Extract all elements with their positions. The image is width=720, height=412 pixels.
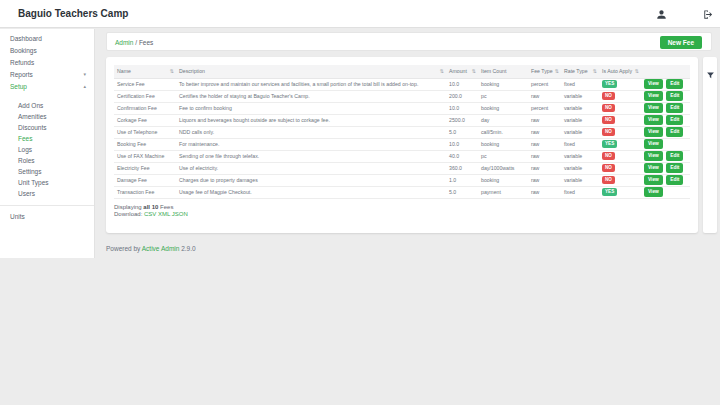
- download-csv-link[interactable]: CSV: [144, 211, 156, 217]
- active-admin-link[interactable]: Active Admin: [142, 245, 180, 252]
- column-header-amount[interactable]: Amount⇅: [446, 65, 478, 78]
- edit-button[interactable]: Edit: [666, 163, 683, 172]
- rate-type-cell: variable: [561, 150, 599, 162]
- displaying-prefix: Displaying: [114, 204, 142, 210]
- sidebar-item-label: Roles: [18, 157, 35, 164]
- sort-icon[interactable]: ⇅: [170, 68, 174, 74]
- column-header-actions: [641, 65, 690, 78]
- sort-icon[interactable]: ⇅: [555, 68, 559, 74]
- view-button[interactable]: View: [644, 127, 663, 136]
- fee-item-count-cell: booking: [478, 174, 528, 186]
- sort-icon[interactable]: ⇅: [635, 68, 639, 74]
- breadcrumb-admin-link[interactable]: Admin: [115, 39, 133, 46]
- download-json-link[interactable]: JSON: [172, 211, 188, 217]
- fee-name-cell: Use of Telephone: [114, 126, 176, 138]
- view-button[interactable]: View: [644, 139, 663, 148]
- sidebar-item-fees[interactable]: Fees: [0, 133, 94, 144]
- sidebar-item-setup[interactable]: Setup ▴: [0, 80, 94, 92]
- edit-button[interactable]: Edit: [666, 103, 683, 112]
- fee-description-cell: Usage fee of Magpie Checkout.: [176, 186, 446, 198]
- edit-button[interactable]: Edit: [666, 91, 683, 100]
- fee-item-count-cell: day/1000watts: [478, 162, 528, 174]
- sidebar-item-roles[interactable]: Roles: [0, 155, 94, 166]
- rate-type-cell: variable: [561, 114, 599, 126]
- fee-description-cell: Certifies the holder of staying at Bagui…: [176, 90, 446, 102]
- view-button[interactable]: View: [644, 163, 663, 172]
- fee-description-cell: Use of electricity.: [176, 162, 446, 174]
- sidebar-item-reports[interactable]: Reports ▾: [0, 68, 94, 80]
- auto-apply-cell: NO: [599, 102, 641, 114]
- logout-icon[interactable]: [701, 8, 713, 20]
- breadcrumb-current: Fees: [139, 39, 153, 46]
- sidebar-item-dashboard[interactable]: Dashboard: [0, 32, 94, 44]
- edit-button[interactable]: Edit: [666, 79, 683, 88]
- fee-amount-cell: 40.0: [446, 150, 478, 162]
- auto-apply-badge: NO: [602, 152, 615, 160]
- fee-name-cell: Damage Fee: [114, 174, 176, 186]
- sidebar-item-label: Discounts: [18, 124, 47, 131]
- user-icon[interactable]: [655, 8, 667, 20]
- fee-name-cell: Confirmation Fee: [114, 102, 176, 114]
- sidebar-item-logs[interactable]: Logs: [0, 144, 94, 155]
- sidebar-item-unit-types[interactable]: Unit Types: [0, 177, 94, 188]
- auto-apply-badge: YES: [602, 140, 617, 148]
- fee-amount-cell: 5.0: [446, 126, 478, 138]
- fee-type-cell: raw: [528, 186, 561, 198]
- column-header-fee-type[interactable]: Fee Type⇅: [528, 65, 561, 78]
- fee-type-cell: raw: [528, 114, 561, 126]
- edit-button[interactable]: Edit: [666, 115, 683, 124]
- view-button[interactable]: View: [644, 151, 663, 160]
- fees-panel: Name⇅ Description⇅ Amount⇅ Item Count Fe…: [106, 57, 698, 233]
- sidebar-item-discounts[interactable]: Discounts: [0, 122, 94, 133]
- new-fee-button[interactable]: New Fee: [660, 36, 702, 49]
- filter-funnel-icon[interactable]: [706, 66, 715, 233]
- view-button[interactable]: View: [644, 91, 663, 100]
- displaying-line: Displaying all 10 Fees: [114, 204, 690, 212]
- sidebar-item-add-ons[interactable]: Add Ons: [0, 100, 94, 111]
- sidebar-item-settings[interactable]: Settings: [0, 166, 94, 177]
- powered-by-prefix: Powered by: [106, 245, 140, 252]
- fee-item-count-cell: booking: [478, 78, 528, 90]
- fee-type-cell: percent: [528, 102, 561, 114]
- sidebar-item-units[interactable]: Units: [0, 210, 94, 222]
- column-header-name[interactable]: Name⇅: [114, 65, 176, 78]
- sidebar-item-label: Units: [10, 213, 25, 220]
- view-button[interactable]: View: [644, 103, 663, 112]
- sidebar-item-users[interactable]: Users: [0, 188, 94, 199]
- fees-table-header: Name⇅ Description⇅ Amount⇅ Item Count Fe…: [114, 65, 690, 78]
- column-header-rate-type[interactable]: Rate Type⇅: [561, 65, 599, 78]
- sort-icon[interactable]: ⇅: [593, 68, 597, 74]
- fee-description-cell: Liquors and beverages bought outside are…: [176, 114, 446, 126]
- sidebar-item-label: Dashboard: [10, 35, 42, 42]
- view-button[interactable]: View: [644, 175, 663, 184]
- edit-button[interactable]: Edit: [666, 127, 683, 136]
- fee-type-cell: raw: [528, 162, 561, 174]
- sort-icon[interactable]: ⇅: [440, 68, 444, 74]
- view-button[interactable]: View: [644, 115, 663, 124]
- actions-cell: View: [641, 138, 690, 150]
- sort-icon[interactable]: ⇅: [472, 68, 476, 74]
- sidebar-item-amenities[interactable]: Amenities: [0, 111, 94, 122]
- fee-description-cell: Charges due to property damages: [176, 174, 446, 186]
- top-bar: Baguio Teachers Camp: [0, 0, 720, 28]
- download-xml-link[interactable]: XML: [158, 211, 170, 217]
- fee-name-cell: Corkage Fee: [114, 114, 176, 126]
- auto-apply-badge: NO: [602, 164, 615, 172]
- actions-cell: View Edit: [641, 90, 690, 102]
- download-line: Download: CSV XML JSON: [114, 211, 690, 219]
- column-header-is-auto-apply[interactable]: Is Auto Apply⇅: [599, 65, 641, 78]
- fee-description-cell: Fee to confirm booking: [176, 102, 446, 114]
- column-label: Item Count: [481, 68, 506, 74]
- edit-button[interactable]: Edit: [666, 175, 683, 184]
- view-button[interactable]: View: [644, 187, 663, 196]
- auto-apply-badge: NO: [602, 176, 615, 184]
- view-button[interactable]: View: [644, 79, 663, 88]
- sidebar-item-refunds[interactable]: Refunds: [0, 56, 94, 68]
- auto-apply-cell: NO: [599, 126, 641, 138]
- fee-description-cell: NDD calls only.: [176, 126, 446, 138]
- displaying-count: all 10: [143, 204, 158, 210]
- column-header-description[interactable]: Description⇅: [176, 65, 446, 78]
- edit-button[interactable]: Edit: [666, 151, 683, 160]
- actions-cell: View Edit: [641, 78, 690, 90]
- sidebar-item-bookings[interactable]: Bookings: [0, 44, 94, 56]
